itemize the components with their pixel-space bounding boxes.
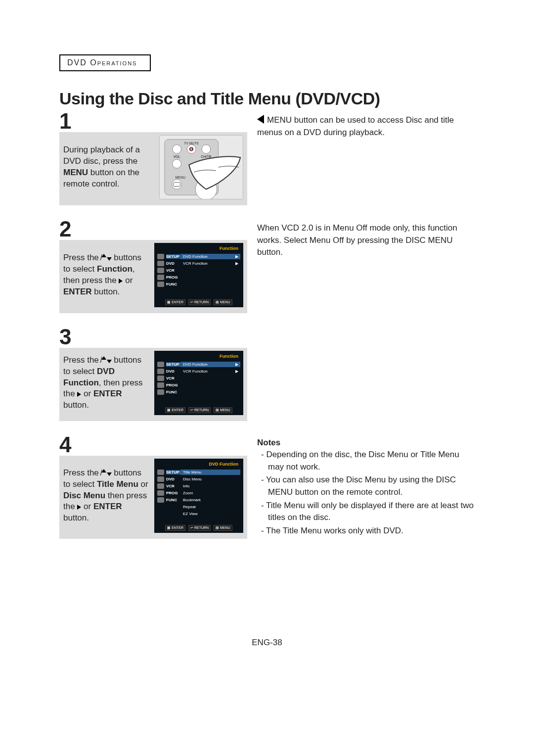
notes-list: Depending on the disc, the Disc Menu or … (257, 449, 475, 537)
footer-btn: ▦ ENTER (165, 299, 185, 305)
screenshot-menu: Function SETUPDVD Function▶ DVDVCR Funct… (154, 243, 243, 307)
step-1: 1 During playback of a DVD disc, press t… (59, 110, 475, 205)
menu-item: Disc Menu (181, 476, 240, 482)
tab: FUNC (166, 282, 181, 286)
tab: FUNC (166, 498, 181, 502)
menu-item: Zoom (181, 490, 240, 496)
text-bold: MENU (63, 168, 88, 177)
svg-point-6 (202, 145, 211, 154)
footer-btn: ↩ RETURN (188, 525, 211, 531)
up-icon (101, 254, 108, 261)
tab: SETUP (166, 362, 181, 367)
step-number: 3 (59, 326, 247, 348)
t: or (81, 502, 93, 511)
menu-header: DVD Function (157, 462, 240, 469)
t: or (123, 276, 133, 285)
tab: PROG (166, 491, 181, 495)
t: button. (63, 513, 89, 522)
footer-btn: ▤ MENU (214, 299, 232, 305)
tab: VCR (166, 376, 181, 380)
svg-point-8 (173, 159, 181, 168)
t: button. (92, 287, 120, 296)
remote-illustration: TV MUTE VOL 🔇 CH/TR AUD MENU (159, 135, 243, 199)
text-fragment: During playback of a DVD disc, press the (63, 145, 140, 166)
step-text: Press the buttons to select Title Menu o… (63, 468, 148, 524)
notes-header: Notes (257, 438, 475, 448)
menu-item: Bookmark (181, 497, 240, 503)
screenshot-menu: DVD Function SETUPTitle Menu DVDDisc Men… (154, 459, 243, 533)
footer-btn: ▤ MENU (214, 525, 232, 531)
b: Disc Menu (63, 491, 105, 500)
t: Press the (63, 468, 101, 477)
step-4: 4 Press the buttons to select Title Menu… (59, 434, 475, 539)
t: or (138, 479, 148, 489)
svg-point-2 (173, 145, 181, 154)
t: button. (63, 400, 89, 410)
tab: DVD (166, 369, 181, 374)
menu-header: Function (157, 246, 240, 253)
step-text: Press the buttons to select Function, th… (63, 252, 148, 298)
step-text: During playback of a DVD disc, press the… (63, 144, 153, 190)
footer-btn: ▦ ENTER (165, 525, 185, 531)
menu-item: VCR Function▶ (181, 369, 240, 374)
tab: DVD (166, 477, 181, 481)
tab: PROG (166, 383, 181, 387)
step-side-note: When VCD 2.0 is in Menu Off mode only, t… (257, 222, 475, 259)
step-2: 2 Press the buttons to select Function, … (59, 218, 475, 313)
section-tag: DVD Operations (59, 54, 151, 71)
svg-text:VOL: VOL (174, 155, 180, 158)
b: ENTER (93, 389, 122, 398)
step-side-note: MENU button can be used to access Disc a… (257, 114, 475, 139)
step-3: 3 Press the buttons to select DVD Functi… (59, 326, 475, 421)
triangle-left-icon (257, 115, 264, 124)
menu-item: DVD Function▶ (181, 254, 240, 259)
screenshot-menu: Function SETUPDVD Function▶ DVDVCR Funct… (154, 351, 243, 415)
b: Title Menu (97, 479, 138, 489)
menu-item: Title Menu (181, 470, 240, 475)
step-text: Press the buttons to select DVD Function… (63, 355, 148, 412)
footer-btn: ▦ ENTER (165, 407, 185, 413)
tab: DVD (166, 261, 181, 266)
menu-header: Function (157, 354, 240, 361)
footer-btn: ↩ RETURN (188, 407, 211, 413)
note-text: MENU button can be used to access Disc a… (257, 115, 454, 137)
tab: PROG (166, 275, 181, 280)
tab: SETUP (166, 254, 181, 259)
remote-label-tvmute: TV MUTE (184, 142, 199, 145)
tab: VCR (166, 484, 181, 488)
tab: SETUP (166, 470, 181, 474)
menu-item: DVD Function▶ (181, 362, 240, 367)
up-icon (101, 356, 108, 363)
t: Press the (63, 355, 101, 365)
step-number: 4 (59, 434, 247, 456)
menu-item: VCR Function▶ (181, 261, 240, 266)
svg-text:🔇: 🔇 (189, 146, 194, 151)
tab: FUNC (166, 390, 181, 394)
note-item: You can also use the Disc Menu by using … (257, 474, 475, 498)
menu-item: Repeat (181, 504, 240, 510)
svg-text:MENU: MENU (176, 176, 185, 179)
b: Function (97, 264, 133, 274)
note-item: Depending on the disc, the Disc Menu or … (257, 449, 475, 473)
b: ENTER (93, 502, 122, 511)
step-number: 1 (59, 110, 247, 132)
t: or (81, 389, 93, 398)
footer-btn: ▤ MENU (214, 407, 232, 413)
tab: VCR (166, 268, 181, 273)
menu-item: Info (181, 483, 240, 489)
up-icon (101, 469, 108, 476)
note-item: Title Menu will only be displayed if the… (257, 500, 475, 524)
footer-btn: ↩ RETURN (188, 299, 211, 305)
step-number: 2 (59, 218, 247, 240)
t: Press the (63, 253, 101, 262)
note-item: The Title Menu works only with DVD. (257, 525, 475, 537)
b: ENTER (63, 287, 92, 296)
page-title: Using the Disc and Title Menu (DVD/VCD) (59, 89, 475, 108)
page-number: ENG-38 (59, 638, 475, 648)
menu-item: EZ View (181, 511, 240, 517)
